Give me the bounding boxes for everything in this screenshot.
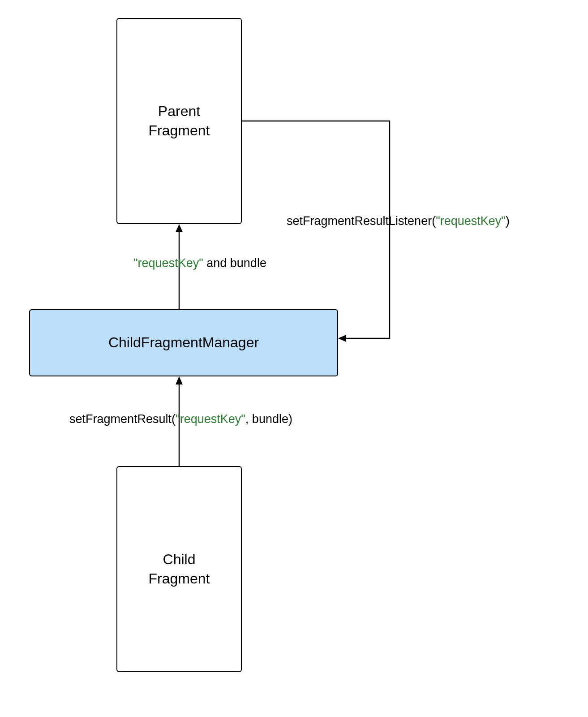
- label-child-to-manager: setFragmentResult("requestKey", bundle): [69, 412, 292, 426]
- label-ptm-prefix: setFragmentResultListener(: [287, 214, 436, 228]
- parent-line1: Parent: [158, 103, 200, 119]
- label-ctm-prefix: setFragmentResult(: [69, 412, 176, 426]
- label-mtp-key: "requestKey": [133, 256, 203, 270]
- parent-line2: Fragment: [149, 122, 210, 138]
- label-ctm-suffix: , bundle): [245, 412, 292, 426]
- diagram-container: Parent Fragment ChildFragmentManager Chi…: [0, 0, 588, 717]
- label-ptm-suffix: ): [506, 214, 510, 228]
- svg-marker-1: [176, 224, 183, 232]
- parent-fragment-label: Parent Fragment: [149, 102, 210, 140]
- label-ptm-key: "requestKey": [436, 214, 506, 228]
- child-line1: Child: [163, 551, 196, 567]
- svg-marker-4: [176, 376, 183, 384]
- parent-fragment-node: Parent Fragment: [116, 18, 242, 224]
- label-ctm-key: "requestKey": [176, 412, 245, 426]
- child-fragment-label: Child Fragment: [149, 550, 210, 588]
- child-fragment-node: Child Fragment: [116, 466, 242, 672]
- child-line2: Fragment: [149, 570, 210, 587]
- label-parent-to-manager: setFragmentResultListener("requestKey"): [287, 214, 510, 228]
- label-mtp-suffix: and bundle: [203, 256, 266, 270]
- manager-label: ChildFragmentManager: [108, 333, 259, 352]
- label-manager-to-parent: "requestKey" and bundle: [133, 256, 266, 270]
- child-fragment-manager-node: ChildFragmentManager: [29, 309, 338, 376]
- svg-marker-2: [338, 335, 346, 342]
